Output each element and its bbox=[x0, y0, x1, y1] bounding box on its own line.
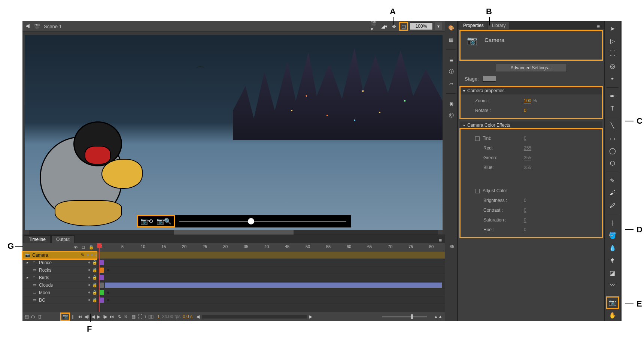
eyedropper-tool-icon[interactable]: ⧪ bbox=[607, 255, 618, 266]
frame-ruler[interactable]: 1510152025303540455055606570758085 bbox=[97, 243, 445, 251]
marker-icon[interactable]: ⟟ bbox=[145, 314, 146, 319]
camera-slider[interactable] bbox=[175, 215, 351, 227]
lock-column-icon[interactable]: 🔒 bbox=[89, 245, 94, 250]
zoom-dropdown[interactable]: ▼ bbox=[435, 22, 442, 30]
scene-label[interactable]: Scene 1 bbox=[44, 24, 62, 29]
layer-row-clouds[interactable]: ▭ Clouds 🔒 bbox=[22, 281, 97, 289]
camera-color-effects-header[interactable]: Camera Color Effects bbox=[460, 121, 602, 129]
fit-timeline-icon[interactable]: ▲▲ bbox=[434, 314, 443, 319]
toggle-camera-button[interactable]: 📷 bbox=[61, 313, 69, 320]
oval-tool-icon[interactable]: ◯ bbox=[607, 145, 618, 156]
layer-row-prince[interactable]: ▸ 🗀 Prince 🔒 bbox=[22, 259, 97, 266]
track-moon[interactable] bbox=[97, 289, 445, 296]
track-prince[interactable] bbox=[97, 259, 445, 266]
lock-icon[interactable]: 🔒 bbox=[92, 298, 97, 302]
go-last-frame-icon[interactable]: ⏭ bbox=[110, 314, 114, 319]
align-panel-icon[interactable]: ▦ bbox=[446, 35, 456, 44]
text-tool-icon[interactable]: T bbox=[607, 103, 618, 114]
tab-properties[interactable]: Properties bbox=[459, 22, 487, 29]
advanced-settings-button[interactable]: Advanced Settings... bbox=[496, 64, 567, 72]
outline-column-icon[interactable]: ◻ bbox=[82, 245, 85, 250]
play-icon[interactable]: ▶ bbox=[97, 314, 100, 319]
edit-symbol-icon[interactable]: ◢▾ bbox=[380, 22, 388, 30]
lock-icon[interactable]: 🔒 bbox=[92, 260, 97, 265]
panel-menu-icon[interactable]: ≡ bbox=[436, 238, 445, 243]
track-camera[interactable] bbox=[97, 251, 445, 259]
stage-canvas[interactable]: ︵ 📷⟲ 📷🔍 bbox=[25, 35, 443, 230]
layer-row-camera[interactable]: 📷 Camera ✎ bbox=[22, 251, 97, 259]
go-first-frame-icon[interactable]: ⏮ bbox=[78, 314, 82, 319]
hue-value[interactable]: 0 bbox=[524, 227, 596, 232]
selection-tool-icon[interactable]: ➤ bbox=[607, 23, 618, 34]
delete-layer-icon[interactable]: 🗑 bbox=[38, 314, 42, 319]
layer-row-moon[interactable]: ▭ Moon 🔒 bbox=[22, 289, 97, 296]
bone-tool-icon[interactable]: ⟊ bbox=[607, 217, 618, 228]
info-panel-icon[interactable]: ⓘ bbox=[446, 67, 456, 76]
scroll-right-icon[interactable]: ▶ bbox=[309, 314, 312, 319]
rectangle-tool-icon[interactable]: ▭ bbox=[607, 133, 618, 144]
transform-panel-icon[interactable]: ▱ bbox=[446, 79, 456, 88]
step-fwd-icon[interactable]: Ⅰ▶ bbox=[103, 314, 107, 319]
track-birds[interactable] bbox=[97, 274, 445, 281]
camera-properties-header[interactable]: Camera properties bbox=[460, 87, 602, 94]
expand-arrow-icon[interactable]: ▸ bbox=[25, 275, 30, 280]
tab-library[interactable]: Library bbox=[488, 22, 510, 29]
tint-green-value[interactable]: 255 bbox=[524, 155, 596, 160]
scene-clapper-icon[interactable]: 🎬 bbox=[34, 24, 40, 29]
tint-checkbox[interactable] bbox=[475, 136, 480, 141]
tab-output[interactable]: Output bbox=[51, 235, 75, 243]
brightness-value[interactable]: 0 bbox=[524, 198, 596, 203]
lock-icon[interactable]: 🔒 bbox=[92, 275, 97, 280]
onion-skin-icon[interactable]: ⤱ bbox=[124, 314, 128, 319]
fps-readout[interactable]: 24.00 fps bbox=[162, 314, 180, 319]
tint-blue-value[interactable]: 255 bbox=[524, 165, 596, 170]
span-icon[interactable]: ⌷⌷ bbox=[148, 314, 154, 319]
scroll-left-icon[interactable]: ◀ bbox=[196, 314, 200, 319]
contrast-value[interactable]: 0 bbox=[524, 208, 596, 213]
panel-menu-icon[interactable]: ≡ bbox=[594, 24, 603, 29]
hand-tool-icon[interactable]: ✋ bbox=[607, 310, 618, 321]
creative-cloud-icon[interactable]: ⓒ bbox=[446, 111, 456, 120]
expand-arrow-icon[interactable]: ▸ bbox=[25, 260, 30, 265]
tint-value[interactable]: 0 bbox=[524, 136, 596, 141]
swatches-panel-icon[interactable]: 🎨 bbox=[446, 23, 456, 32]
playhead[interactable] bbox=[99, 243, 100, 312]
paint-bucket-tool-icon[interactable]: 🪣 bbox=[607, 230, 618, 241]
lock-icon[interactable]: 🔒 bbox=[92, 283, 97, 287]
track-clouds[interactable] bbox=[97, 281, 445, 289]
history-panel-icon[interactable]: ≣ bbox=[446, 55, 456, 64]
ink-bottle-tool-icon[interactable]: 💧 bbox=[607, 242, 618, 253]
camera-slider-thumb[interactable] bbox=[248, 218, 254, 224]
eraser-tool-icon[interactable]: ◪ bbox=[607, 268, 618, 278]
clip-content-toggle[interactable]: ▢ bbox=[400, 22, 407, 30]
lock-icon[interactable]: 🔒 bbox=[92, 268, 97, 272]
camera-rotate-tool-icon[interactable]: 📷⟲ bbox=[140, 218, 153, 225]
layer-row-bg[interactable]: ▭ BG 🔒 bbox=[22, 296, 97, 304]
new-layer-icon[interactable]: ▤ bbox=[25, 314, 29, 319]
layer-row-rocks[interactable]: ▭ Rocks 🔒 bbox=[22, 266, 97, 274]
loop-icon[interactable]: ↻ bbox=[118, 314, 122, 319]
edit-scene-icon[interactable]: 🎬▾ bbox=[371, 22, 378, 30]
paint-brush-tool-icon[interactable]: 🖍 bbox=[607, 200, 618, 211]
timeline-h-scrollbar[interactable] bbox=[202, 315, 307, 319]
saturation-value[interactable]: 0 bbox=[524, 217, 596, 223]
polystar-tool-icon[interactable]: ⬡ bbox=[607, 158, 618, 169]
rotate-value-input[interactable]: 0 bbox=[524, 108, 526, 113]
center-stage-icon[interactable]: ✥ bbox=[390, 22, 398, 30]
center-frame-icon[interactable]: ⛶ bbox=[138, 314, 142, 319]
track-rocks[interactable] bbox=[97, 266, 445, 274]
zoom-value[interactable]: 100% bbox=[410, 22, 433, 30]
timeline-zoom-slider[interactable] bbox=[382, 316, 427, 317]
play-back-icon[interactable]: ◀ bbox=[91, 314, 95, 319]
edit-multiple-icon[interactable]: ▦ bbox=[131, 314, 136, 319]
stage-horizontal-scrollbar[interactable] bbox=[25, 230, 443, 235]
tab-timeline[interactable]: Timeline bbox=[24, 235, 51, 243]
width-tool-icon[interactable]: 〰 bbox=[607, 280, 618, 291]
tint-red-value[interactable]: 255 bbox=[524, 145, 596, 151]
step-back-icon[interactable]: ◀Ⅰ bbox=[84, 314, 89, 319]
new-folder-icon[interactable]: 🗀 bbox=[31, 314, 36, 319]
stage-color-swatch[interactable] bbox=[483, 76, 496, 82]
color-panel-icon[interactable]: ◉ bbox=[446, 99, 456, 108]
adjust-color-checkbox[interactable] bbox=[475, 189, 480, 193]
subselection-tool-icon[interactable]: ▷ bbox=[607, 36, 618, 46]
